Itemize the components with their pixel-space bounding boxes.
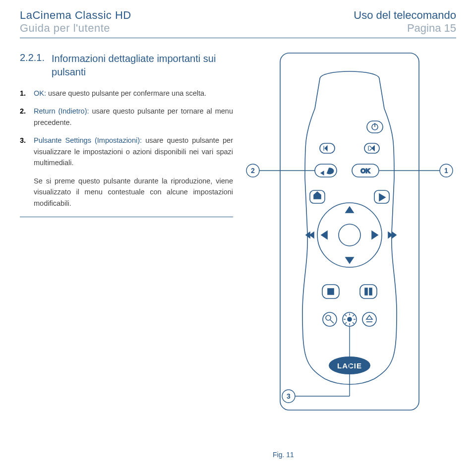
svg-rect-16 (369, 288, 372, 295)
item-label: Pulsante Settings (Impostazioni): (34, 136, 142, 144)
svg-line-27 (353, 322, 354, 324)
remote-diagram: OK (245, 49, 454, 446)
callout-2: 2 (251, 167, 255, 175)
item-label: Return (Indietro): (34, 107, 89, 115)
item-text: usare questo pulsante per confermare una… (46, 89, 206, 97)
svg-point-11 (339, 224, 360, 246)
ok-label: OK (360, 167, 370, 175)
divider-line (20, 217, 233, 217)
callout-3: 3 (287, 392, 291, 400)
svg-rect-15 (365, 288, 367, 295)
list-item: 1. OK: usare questo pulsante per conferm… (20, 88, 233, 99)
item-note: Se si preme questo pulsante durante la r… (34, 176, 233, 209)
page-number: Pagina 15 (407, 22, 456, 35)
item-number: 1. (20, 88, 29, 99)
svg-point-21 (348, 317, 352, 321)
item-number: 2. (20, 106, 29, 128)
svg-line-28 (345, 322, 347, 324)
item-number: 3. (20, 135, 29, 168)
section-number: 2.2.1. (20, 52, 45, 63)
item-label: OK: (34, 89, 46, 97)
svg-line-29 (353, 315, 354, 316)
figure-column: OK (243, 52, 456, 459)
svg-rect-14 (360, 285, 377, 298)
list-item: 3. Pulsante Settings (Impostazioni): usa… (20, 135, 233, 168)
section-name: Uso del telecomando (354, 9, 456, 22)
section-title: Informazioni dettagliate importanti sui … (52, 52, 233, 79)
callout-1: 1 (444, 167, 448, 175)
figure-caption: Fig. 11 (273, 451, 456, 459)
svg-line-19 (330, 320, 334, 323)
svg-point-18 (326, 315, 331, 320)
guide-subtitle: Guida per l'utente (20, 22, 131, 35)
svg-line-26 (345, 315, 347, 316)
list-item: 2. Return (Indietro): usare questo pulsa… (20, 106, 233, 128)
text-column: 2.2.1. Informazioni dettagliate importan… (20, 52, 233, 459)
page-header: LaCinema Classic HD Guida per l'utente U… (20, 9, 456, 38)
svg-rect-13 (328, 289, 334, 295)
product-title: LaCinema Classic HD (20, 9, 131, 22)
